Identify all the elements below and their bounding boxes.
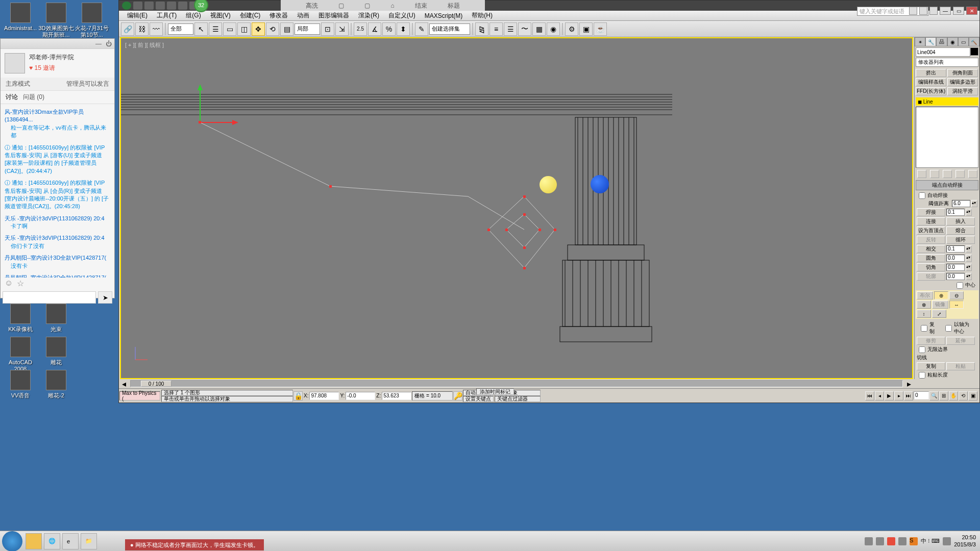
crossinsert-input[interactable]: 0.1 [946,245,965,253]
chat-list[interactable]: 风-室内设计3Dmax全款VIP学员(1386494...粒一直在等记本，vv有… [1,104,114,278]
modifier-list-dropdown[interactable]: 修改器列表 [916,58,978,67]
spinner[interactable]: ▴▾ [966,273,972,280]
signin-icon[interactable] [909,7,917,15]
taskbar-app[interactable]: 📁 [81,533,97,549]
mod-extrude[interactable]: 挤出 [916,69,946,77]
move-icon[interactable]: ✥ [252,22,265,36]
app-icon[interactable] [122,2,131,10]
setfirst-button[interactable]: 设为首顶点 [917,227,945,235]
help-icon[interactable] [929,7,938,15]
spinner[interactable]: ▴▾ [966,264,972,271]
tab-display[interactable]: ▭ [958,37,969,46]
menu-rendering[interactable]: 渲染(R) [354,10,383,21]
select-window-icon[interactable]: ◫ [237,22,251,36]
tray-icon[interactable] [898,537,906,545]
infinite-check[interactable] [919,346,925,353]
snap-icon[interactable]: 2.5 [354,22,367,36]
rollout-autoweld[interactable]: 端点自动焊接 [916,180,978,190]
mirror-v-icon[interactable]: ↕ [917,310,931,318]
mod-bevelprofile[interactable]: 倒角剖面 [947,69,978,77]
curve-editor-icon[interactable]: 〜 [518,22,531,36]
schematic-icon[interactable]: ▦ [532,22,546,36]
weld-button[interactable]: 焊接 [917,208,945,216]
select-name-icon[interactable]: ☰ [209,22,222,36]
center-check[interactable] [957,282,963,289]
key-icon[interactable]: 🔑 [453,391,462,400]
object-name-field[interactable]: Line004 [916,47,970,57]
chamfer-input[interactable]: 0.0 [946,264,965,271]
remove-mod-icon[interactable] [955,170,965,178]
x-coord-input[interactable] [309,392,339,400]
menu-maxscript[interactable]: MAXScript(M) [421,11,467,20]
minimize-button[interactable]: — [940,7,951,15]
mirror-icon[interactable]: ⧎ [475,22,488,36]
new-icon[interactable] [133,2,142,10]
pastelen-check[interactable] [919,372,925,379]
connect-button[interactable]: 连接 [917,217,945,226]
select-rect-icon[interactable]: ▭ [223,22,236,36]
copytangent-button[interactable]: 复制 [917,362,945,370]
fuse-button[interactable]: 熔合 [946,227,975,235]
named-sel-icon[interactable]: ✎ [415,22,428,36]
favorites-icon[interactable] [919,7,927,15]
manipulate-icon[interactable]: ⇲ [335,22,349,36]
desktop-icon[interactable]: 光束 [38,304,74,333]
star-icon[interactable]: ☆ [17,279,24,288]
unlink-icon[interactable]: ⛓ [135,22,149,36]
desktop-icon[interactable]: KK录像机 [3,304,38,333]
weld-input[interactable]: 0.1 [946,209,965,216]
time-slider[interactable]: ◂ 0 / 100 ▸ [120,379,913,388]
save-icon[interactable] [156,2,165,10]
goto-end-icon[interactable]: ⏭ [904,391,913,400]
viewport-label[interactable]: [ + ][ 前 ][ 线框 ] [125,41,164,49]
avatar[interactable] [5,53,25,73]
open-icon[interactable] [144,2,154,10]
menu-grapheditors[interactable]: 图形编辑器 [314,10,353,21]
close-icon[interactable]: ⏻ [106,40,112,47]
chamfer-button[interactable]: 切角 [917,263,945,271]
spinner[interactable]: ▴▾ [966,245,972,253]
fillet-button[interactable]: 圆角 [917,254,945,262]
percent-snap-icon[interactable]: % [382,22,396,36]
menu-customize[interactable]: 自定义(U) [384,10,420,21]
maxscript-listener[interactable]: Max to Physics ( [119,391,160,400]
modifier-stack-item[interactable]: ◼ Line [916,97,978,106]
desktop-icon[interactable]: 雕花 [38,337,74,366]
goto-start-icon[interactable]: ⏮ [865,391,874,400]
mirror-both-icon[interactable]: ⤢ [932,310,946,318]
aboutpivot-check[interactable] [945,325,952,332]
desktop-icon[interactable]: Administrat... [3,3,38,32]
pin-stack-icon[interactable] [917,170,926,178]
taskbar-app[interactable]: 🌐 [44,533,60,549]
tab-motion[interactable]: ◉ [947,37,958,46]
undo-icon[interactable] [167,2,176,10]
zoom-all-icon[interactable]: ⊞ [939,391,948,400]
refcoord-dropdown[interactable]: 局部 [295,23,320,35]
copy-check[interactable] [921,325,927,332]
menu-edit[interactable]: 编辑(E) [123,10,152,21]
zoom-icon[interactable]: 🔍 [929,391,939,400]
viewport-front[interactable]: [ + ][ 前 ][ 线框 ] [120,37,913,379]
taskbar-app[interactable]: e [62,533,79,549]
mod-ffdbox[interactable]: FFD(长方体) [916,87,946,95]
play-icon[interactable]: ▶ [885,391,894,400]
redo-icon[interactable] [178,2,187,10]
bool-union-icon[interactable]: ⊕ [934,291,948,299]
tray-icon[interactable] [887,537,895,545]
menu-animation[interactable]: 动画 [293,10,313,21]
spinner[interactable]: ▴▾ [966,255,972,262]
send-button[interactable]: ➤ [98,291,112,304]
y-coord-input[interactable] [346,392,375,400]
timetag-button[interactable]: 添加时间标记 [476,388,514,395]
mod-editpoly[interactable]: 编辑多边形 [947,78,978,86]
cycle-button[interactable]: 循环 [946,236,975,244]
time-thumb[interactable]: 0 / 100 [141,381,172,387]
next-frame-icon[interactable]: ▸ [894,391,903,400]
rotate-icon[interactable]: ⟲ [266,22,279,36]
maximize-button[interactable]: ▭ [953,7,964,15]
prev-frame-icon[interactable]: ◂ [875,391,884,400]
angle-snap-icon[interactable]: ∡ [368,22,381,36]
named-selset-dropdown[interactable]: 创建选择集 [429,23,470,35]
bool-int-icon[interactable]: ⊗ [917,300,931,309]
select-icon[interactable]: ↖ [194,22,208,36]
